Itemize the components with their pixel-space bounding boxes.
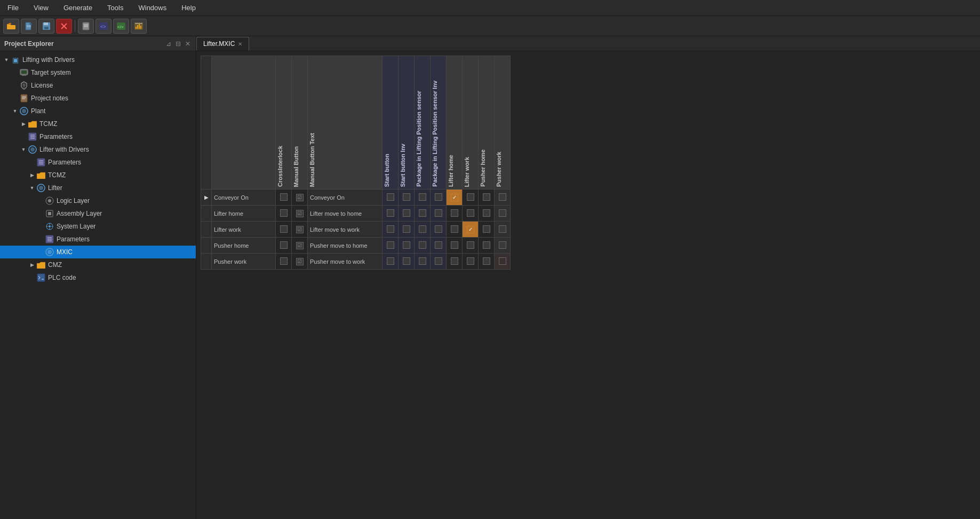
tree-item-plant[interactable]: ▼ Plant: [0, 105, 196, 117]
menu-help[interactable]: Help: [178, 3, 199, 13]
cb-lwork-pkg-pos[interactable]: [415, 222, 431, 238]
tab-close-btn[interactable]: ✕: [238, 41, 242, 47]
cb-phome-pusher-work[interactable]: [495, 238, 511, 254]
cb-lwork-cross[interactable]: [276, 222, 292, 238]
cb-pwork-lifter-work[interactable]: [463, 254, 479, 270]
cb-phome-start-inv[interactable]: [399, 238, 415, 254]
tree-item-lifter-with-drivers[interactable]: ▼ Lifter with Drivers: [0, 143, 196, 156]
expand-cmz[interactable]: ▶: [28, 261, 36, 269]
svg-rect-21: [136, 27, 137, 29]
close-doc-btn[interactable]: [56, 19, 72, 34]
cb-pwork-start[interactable]: [383, 254, 399, 270]
cb-conveyor-lifter-home[interactable]: ✓: [447, 190, 463, 206]
cb-conveyor-start-inv[interactable]: [399, 190, 415, 206]
cb-pwork-cross[interactable]: [276, 254, 292, 270]
license-icon: [19, 81, 29, 90]
cb-lhome-start-inv[interactable]: [399, 206, 415, 222]
save-btn[interactable]: [38, 19, 54, 34]
tree-item-parameters-2[interactable]: ▶ Parameters: [0, 156, 196, 169]
cb-conveyor-start[interactable]: [383, 190, 399, 206]
menu-view[interactable]: View: [30, 3, 52, 13]
tree-item-mxic[interactable]: ▶ MXIC: [0, 246, 196, 258]
cb-phome-pkg-pos[interactable]: [415, 238, 431, 254]
tree-item-parameters-1[interactable]: ▶ Parameters: [0, 130, 196, 143]
tree-item-tcmz-1[interactable]: ▶ TCMZ: [0, 117, 196, 130]
cb-pwork-lifter-home[interactable]: [447, 254, 463, 270]
open-folder-btn[interactable]: [3, 19, 19, 34]
menu-generate[interactable]: Generate: [60, 3, 95, 13]
tree-item-cmz[interactable]: ▶ CMZ: [0, 258, 196, 271]
cb-conveyor-cross[interactable]: [276, 190, 292, 206]
expand-tcmz2[interactable]: ▶: [28, 171, 36, 179]
menu-tools[interactable]: Tools: [104, 3, 126, 13]
cb-lwork-start[interactable]: [383, 222, 399, 238]
expand-plant[interactable]: ▼: [11, 107, 19, 115]
cb-phome-pusher-home[interactable]: [479, 238, 495, 254]
cb-lhome-pusher-work[interactable]: [495, 206, 511, 222]
expand-lifter-drivers[interactable]: ▼: [19, 145, 28, 154]
panel-pin-btn[interactable]: ⊿: [165, 40, 172, 48]
menu-file[interactable]: File: [4, 3, 22, 13]
tree-item-parameters-3[interactable]: ▶ Parameters: [0, 233, 196, 246]
cb-phome-lifter-home[interactable]: [447, 238, 463, 254]
cb-conveyor-manual[interactable]: ☑: [292, 190, 308, 206]
cb-conveyor-pusher-home[interactable]: [479, 190, 495, 206]
chart-btn[interactable]: [131, 19, 147, 34]
cb-pwork-pusher-home[interactable]: [479, 254, 495, 270]
panel-close-btn[interactable]: ✕: [184, 40, 192, 48]
code2-btn[interactable]: </>: [113, 19, 129, 34]
cb-lwork-pusher-work[interactable]: [495, 222, 511, 238]
cb-lwork-start-inv[interactable]: [399, 222, 415, 238]
cb-pwork-start-inv[interactable]: [399, 254, 415, 270]
cb-lwork-manual[interactable]: ☑: [292, 222, 308, 238]
cb-lhome-pkg-pos[interactable]: [415, 206, 431, 222]
toolbar: <> </>: [0, 16, 980, 36]
cb-lwork-pusher-home[interactable]: [479, 222, 495, 238]
cb-lhome-lifter-work[interactable]: [463, 206, 479, 222]
tree-item-system-layer[interactable]: ▶ System Layer: [0, 220, 196, 233]
cb-pwork-pusher-work[interactable]: [495, 254, 511, 270]
cb-lhome-lifter-home[interactable]: [447, 206, 463, 222]
tab-label: Lifter.MXIC: [203, 40, 235, 48]
cb-conveyor-pkg-pos-inv[interactable]: [431, 190, 447, 206]
tree-item-project-notes[interactable]: ▶ Project notes: [0, 92, 196, 105]
tree-item-logic-layer[interactable]: ▶ Logic Layer: [0, 194, 196, 207]
cb-lhome-start[interactable]: [383, 206, 399, 222]
cb-lhome-pusher-home[interactable]: [479, 206, 495, 222]
row-conveyor-arrow[interactable]: ▶: [201, 190, 212, 206]
tree-item-assembly-layer[interactable]: ▶ Assembly Layer: [0, 207, 196, 220]
cb-conveyor-pusher-work[interactable]: [495, 190, 511, 206]
cb-lhome-manual[interactable]: ☑: [292, 206, 308, 222]
menu-windows[interactable]: Windows: [135, 3, 170, 13]
cb-phome-start[interactable]: [383, 238, 399, 254]
expand-tcmz1[interactable]: ▶: [19, 120, 28, 128]
cb-lhome-cross[interactable]: [276, 206, 292, 222]
tab-lifter-mxic[interactable]: Lifter.MXIC ✕: [196, 37, 249, 51]
cb-pwork-pkg-pos-inv[interactable]: [431, 254, 447, 270]
cb-lwork-lifter-work[interactable]: ✓: [463, 222, 479, 238]
cb-lwork-lifter-home[interactable]: [447, 222, 463, 238]
tree-item-target-system[interactable]: ▶ Target system: [0, 66, 196, 79]
tree-item-license[interactable]: ▶ License: [0, 79, 196, 92]
cb-pwork-pkg-pos[interactable]: [415, 254, 431, 270]
panel-dock-btn[interactable]: ⊟: [174, 40, 182, 48]
tree-item-plc-code[interactable]: ▶ PLC code: [0, 271, 196, 284]
cb-phome-cross[interactable]: [276, 238, 292, 254]
expand-lifting[interactable]: ▼: [2, 56, 11, 64]
tree-item-tcmz-2[interactable]: ▶ TCMZ: [0, 169, 196, 182]
doc-btn[interactable]: [78, 19, 94, 34]
cb-pwork-manual[interactable]: ☑: [292, 254, 308, 270]
new-doc-btn[interactable]: [21, 19, 37, 34]
cb-phome-pkg-pos-inv[interactable]: [431, 238, 447, 254]
cb-lwork-pkg-pos-inv[interactable]: [431, 222, 447, 238]
code-btn[interactable]: <>: [95, 19, 111, 34]
tree-item-lifting-with-drivers[interactable]: ▼ ▣ Lifting with Drivers: [0, 53, 196, 66]
cb-phome-manual[interactable]: ☑: [292, 238, 308, 254]
tree-item-lifter[interactable]: ▼ Lifter: [0, 182, 196, 194]
cb-phome-lifter-work[interactable]: [463, 238, 479, 254]
expand-lifter[interactable]: ▼: [28, 184, 36, 192]
cb-conveyor-lifter-work[interactable]: [463, 190, 479, 206]
cb-lhome-pkg-pos-inv[interactable]: [431, 206, 447, 222]
cb-conveyor-pkg-pos[interactable]: [415, 190, 431, 206]
row-conveyor-text: Conveyor On: [308, 190, 383, 206]
